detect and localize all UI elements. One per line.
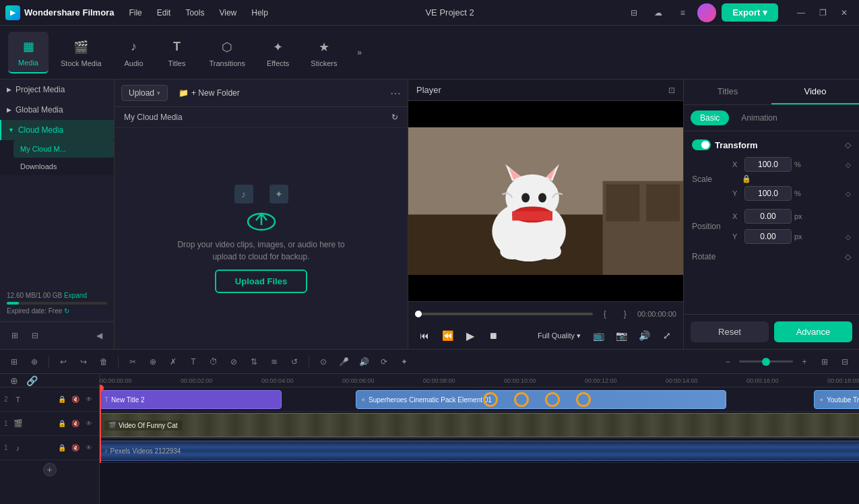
refresh-icon[interactable]: ↻ <box>64 307 69 315</box>
tl-delete-icon[interactable]: 🗑 <box>95 353 113 371</box>
subtab-animation[interactable]: Animation <box>732 111 786 125</box>
clip-audio-pexels[interactable]: ♪ Pexels Videos 2122934 <box>100 441 859 461</box>
tl-speed-icon[interactable]: ⏱ <box>205 353 222 371</box>
tl-audio2-icon[interactable]: 🔊 <box>355 353 373 371</box>
scale-x-input[interactable] <box>744 157 792 172</box>
track-mute-1[interactable]: 🔇 <box>69 418 82 430</box>
clip-youtube[interactable]: ✦ Youtube Tr... <box>814 390 859 409</box>
clip-video-cat[interactable]: 🎬 Video Of Funny Cat <box>100 413 859 437</box>
screenshot-button[interactable]: 📷 <box>612 326 631 345</box>
frame-back-button[interactable]: ⏪ <box>438 326 457 345</box>
transform-reset-icon[interactable]: ◇ <box>845 140 851 150</box>
track-mute-2[interactable]: 🔇 <box>69 393 82 406</box>
menu-file[interactable]: File <box>122 5 148 20</box>
position-y-input[interactable] <box>744 229 792 244</box>
player-expand-icon[interactable]: ⊡ <box>668 86 675 95</box>
new-folder-button[interactable]: 📁 + New Folder <box>173 86 245 100</box>
upload-files-button[interactable]: Upload Files <box>215 270 307 293</box>
tl-stabilize-icon[interactable]: ↺ <box>286 353 303 371</box>
toolbar-audio[interactable]: ♪ Audio <box>114 32 154 73</box>
minimize-window-icon[interactable]: ⊟ <box>625 3 643 22</box>
nav-my-cloud[interactable]: My Cloud M... <box>13 140 114 158</box>
toolbar-stock-media[interactable]: 🎬 Stock Media <box>51 32 111 73</box>
tl-mask-icon[interactable]: ✗ <box>164 353 182 371</box>
advance-button[interactable]: Advance <box>774 321 852 342</box>
stop-button[interactable]: ⏹ <box>484 326 503 345</box>
upload-dropdown-button[interactable]: Upload ▾ <box>121 85 168 101</box>
tl-snap-icon[interactable]: ⊙ <box>315 353 332 371</box>
tl-subtitle-icon[interactable]: ≋ <box>265 353 283 371</box>
clip-superheroes[interactable]: ✦ Superheroes Cinematic Pack Element 01 <box>356 390 726 409</box>
collapse-panel-icon[interactable]: ◀ <box>91 327 107 344</box>
delete-folder-icon[interactable]: ⊟ <box>27 327 43 344</box>
tl-zoom-out-icon[interactable]: − <box>719 353 736 371</box>
tab-titles[interactable]: Titles <box>684 80 771 104</box>
player-seek-bar[interactable] <box>415 313 593 315</box>
tl-remove-effect-icon[interactable]: ⊘ <box>225 353 243 371</box>
tl-expand-icon[interactable]: ⊟ <box>836 353 854 371</box>
add-folder-icon[interactable]: ⊞ <box>7 327 23 344</box>
tl-motion-icon[interactable]: ⟳ <box>375 353 393 371</box>
menu-tools[interactable]: Tools <box>179 5 211 20</box>
tl-magic-icon[interactable]: ✦ <box>395 353 413 371</box>
track-lock-1[interactable]: 🔒 <box>56 418 68 430</box>
expand-link[interactable]: Expand <box>64 292 87 299</box>
toolbar-effects[interactable]: ✦ Effects <box>257 32 298 73</box>
tl-layout-icon[interactable]: ⊞ <box>816 353 833 371</box>
add-track-button[interactable]: + <box>43 463 57 476</box>
toolbar-media[interactable]: ▦ Media <box>8 32 49 73</box>
track-visible-2[interactable]: 👁 <box>83 393 95 406</box>
nav-downloads[interactable]: Downloads <box>13 158 114 175</box>
more-options-icon[interactable]: ≡ <box>673 3 692 22</box>
tl-zoom-in-icon[interactable]: + <box>796 353 813 371</box>
track-visible-1[interactable]: 👁 <box>83 418 95 430</box>
scale-x-reset[interactable]: ◇ <box>846 161 851 168</box>
nav-project-media[interactable]: ▶ Project Media <box>0 80 114 100</box>
track-visible-audio[interactable]: 👁 <box>83 442 95 454</box>
cloud-refresh-icon[interactable]: ↻ <box>391 113 398 122</box>
tl-voice-icon[interactable]: 🎤 <box>335 353 352 371</box>
media-more-icon[interactable]: ⋯ <box>390 87 401 100</box>
tl-link-icon[interactable]: 🔗 <box>23 372 40 389</box>
rewind-button[interactable]: ⏮ <box>415 326 434 345</box>
volume-button[interactable]: 🔊 <box>635 326 654 345</box>
reset-button[interactable]: Reset <box>691 321 769 342</box>
menu-help[interactable]: Help <box>245 5 275 20</box>
tl-add-track-icon[interactable]: ⊕ <box>26 353 43 371</box>
track-lock-2[interactable]: 🔒 <box>56 393 68 406</box>
tl-add-left-icon[interactable]: ⊕ <box>5 372 23 389</box>
window-minimize-button[interactable]: — <box>792 3 810 22</box>
scale-y-input[interactable] <box>744 186 792 201</box>
monitor-button[interactable]: 📺 <box>589 326 608 345</box>
playhead[interactable] <box>100 387 101 463</box>
tl-grid-icon[interactable]: ⊞ <box>5 353 23 371</box>
play-button[interactable]: ▶ <box>461 326 480 345</box>
mark-out-button[interactable]: } <box>617 306 633 322</box>
clip-new-title-2[interactable]: T New Title 2 <box>100 390 282 409</box>
track-lock-audio[interactable]: 🔒 <box>56 442 68 454</box>
rotate-reset-icon[interactable]: ◇ <box>845 252 851 261</box>
toolbar-stickers[interactable]: ★ Stickers <box>301 32 346 73</box>
export-button[interactable]: Export ▾ <box>722 3 778 22</box>
tl-text-icon[interactable]: T <box>185 353 202 371</box>
tl-redo-icon[interactable]: ↪ <box>75 353 92 371</box>
transform-toggle[interactable] <box>692 139 711 150</box>
position-reset[interactable]: ◇ <box>846 233 851 241</box>
nav-global-media[interactable]: ▶ Global Media <box>0 100 114 120</box>
window-maximize-button[interactable]: ❐ <box>813 3 832 22</box>
nav-cloud-media[interactable]: ▼ Cloud Media <box>0 120 114 140</box>
window-close-button[interactable]: ✕ <box>835 3 854 22</box>
tab-video[interactable]: Video <box>771 80 859 104</box>
account-icon[interactable] <box>697 3 716 22</box>
subtab-basic[interactable]: Basic <box>691 111 729 125</box>
tl-zoom-slider[interactable] <box>739 360 793 363</box>
tl-undo-icon[interactable]: ↩ <box>55 353 72 371</box>
cloud-backup-icon[interactable]: ☁ <box>649 3 668 22</box>
toolbar-more-button[interactable]: » <box>349 42 369 63</box>
menu-view[interactable]: View <box>212 5 243 20</box>
mark-in-button[interactable]: { <box>597 306 613 322</box>
position-x-input[interactable] <box>744 209 792 224</box>
lock-icon[interactable]: 🔒 <box>742 175 751 183</box>
quality-selector[interactable]: Full Quality ▾ <box>534 330 585 342</box>
tl-crop-icon[interactable]: ⊕ <box>144 353 162 371</box>
